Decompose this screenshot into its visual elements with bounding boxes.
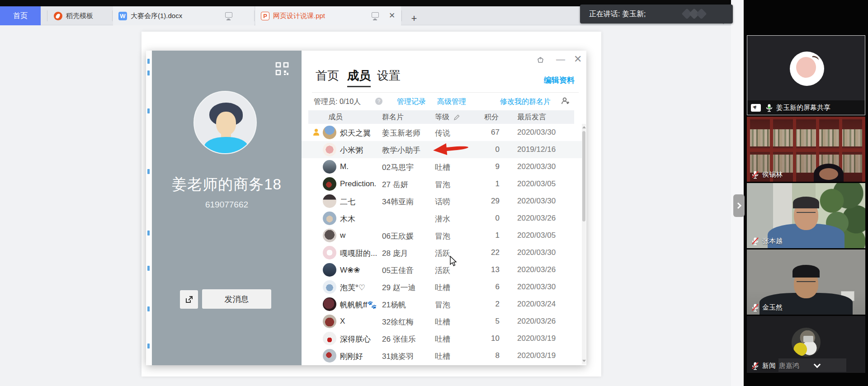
help-question-icon[interactable]: ? <box>375 98 382 105</box>
member-table-row[interactable]: X 32徐红梅 吐槽 5 2020/03/26 <box>302 313 582 330</box>
tab-docer-template[interactable]: 稻壳模板 <box>47 6 111 25</box>
member-table-row[interactable]: 深得朕心 26 张佳乐 吐槽 10 2020/03/19 <box>302 330 582 347</box>
chevron-right-icon <box>735 202 741 209</box>
writer-doc-icon: W <box>118 12 127 20</box>
participant-tile[interactable]: 新闻 唐嘉鸿 <box>747 316 865 373</box>
new-tab-button[interactable]: + <box>409 14 419 24</box>
participant-avatar <box>792 328 821 357</box>
member-table-row[interactable]: 木木 潜水 0 2020/03/26 <box>302 210 582 227</box>
member-last-post: 2020/03/24 <box>517 300 556 309</box>
member-name: X <box>340 317 381 326</box>
member-table-row[interactable]: M. 02马思宇 吐槽 9 2020/03/30 <box>302 158 582 175</box>
member-avatar <box>323 332 336 345</box>
member-avatar <box>323 297 336 311</box>
participant-name: 金玉然 <box>762 303 783 312</box>
tab-wps-home[interactable]: 首页 <box>0 6 41 25</box>
member-table-row[interactable]: Prediction. 27 岳妍 冒泡 1 2020/03/05 <box>302 175 582 193</box>
group-owner-icon <box>313 128 320 136</box>
member-last-post: 2020/03/19 <box>517 334 556 343</box>
member-avatar <box>323 280 336 294</box>
col-points: 积分 <box>484 113 499 122</box>
send-message-button[interactable]: 发消息 <box>202 289 271 309</box>
member-points: 5 <box>475 317 500 326</box>
scroll-up-arrow[interactable] <box>582 126 586 128</box>
member-name: 深得朕心 <box>340 334 381 344</box>
qq-tab-home[interactable]: 首页 <box>316 68 339 84</box>
chevron-down-icon[interactable] <box>814 361 821 368</box>
member-points: 0 <box>475 145 500 154</box>
member-points: 13 <box>475 265 500 274</box>
collapse-sidebar-button[interactable] <box>733 194 745 217</box>
share-group-button[interactable] <box>180 290 198 309</box>
member-points: 10 <box>475 334 500 343</box>
member-card: 05王佳音 <box>382 265 433 276</box>
member-last-post: 2020/03/30 <box>517 128 556 137</box>
active-tab-underline <box>347 86 371 87</box>
minimize-icon[interactable]: — <box>556 54 565 65</box>
member-name: 帆帆帆ff🐾 <box>340 300 381 310</box>
member-last-post: 2020/03/05 <box>517 179 556 188</box>
divider <box>312 92 579 93</box>
member-level: 吐槽 <box>435 162 467 173</box>
member-table-row[interactable]: W❀❀ 05王佳音 活跃 13 2020/03/26 <box>302 261 582 278</box>
member-name: 炽天之翼 <box>340 128 381 138</box>
admin-records-link[interactable]: 管理记录 <box>397 97 426 107</box>
member-table-row[interactable]: 嘎嘎甜的... 28 庞月 活跃 22 2020/03/30 <box>302 244 582 261</box>
pencil-icon[interactable] <box>453 113 460 121</box>
close-tab-icon[interactable]: ✕ <box>387 11 397 21</box>
member-table-header: 成员 群名片 等级 积分 最后发言 <box>308 110 574 124</box>
participant-name: 张本越 <box>762 237 783 245</box>
background-window-sliver <box>146 51 152 365</box>
scrollbar[interactable] <box>582 124 586 364</box>
qq-tab-settings[interactable]: 设置 <box>377 68 401 84</box>
advanced-admin-link[interactable]: 高级管理 <box>437 97 466 107</box>
window-skin-icon[interactable] <box>537 56 544 64</box>
admin-bar: 管理员: 0/10人 ? 管理记录 高级管理 修改我的群名片 <box>302 96 586 107</box>
scrollbar-thumb[interactable] <box>582 131 585 221</box>
edit-my-card-link[interactable]: 修改我的群名片 <box>500 97 551 107</box>
qr-code-icon[interactable] <box>275 62 289 75</box>
col-card: 群名片 <box>382 113 404 122</box>
participant-name: 新闻 <box>762 362 776 370</box>
col-last-post: 最后发言 <box>517 113 546 122</box>
tab-separator <box>401 10 402 21</box>
docer-leaf-icon <box>54 12 62 20</box>
qq-tab-members[interactable]: 成员 <box>347 68 371 84</box>
member-last-post: 2019/12/16 <box>517 145 556 154</box>
tab-ppt-label: 网页设计说课.ppt <box>273 12 325 20</box>
member-table-row[interactable]: 炽天之翼 姜玉新老师 传说 67 2020/03/30 <box>302 124 582 141</box>
scroll-down-arrow[interactable] <box>582 360 586 362</box>
participant-tile-screenshare[interactable]: 姜玉新的屏幕共享 <box>747 35 865 115</box>
shared-screen-region: 首页 稻壳模板 W 大赛会序(1).docx P 网页设计说课.ppt ✕ + … <box>0 0 731 386</box>
member-table-row[interactable]: 泡芙°♡ 29 赵一迪 吐槽 6 2020/03/30 <box>302 278 582 296</box>
member-points: 67 <box>475 128 500 137</box>
member-name: 二七 <box>340 197 381 207</box>
member-table-row[interactable]: 刚刚好 31姚姿羽 吐槽 8 2020/03/19 <box>302 347 582 364</box>
close-icon[interactable]: ✕ <box>574 53 582 65</box>
group-card-panel: 姜老师的商务18 619077662 发消息 <box>152 51 302 365</box>
group-number: 619077662 <box>152 200 302 210</box>
member-points: 2 <box>475 300 500 309</box>
member-name: 泡芙°♡ <box>340 282 381 293</box>
member-table-row[interactable]: 二七 34韩亚南 话唠 29 2020/03/30 <box>302 193 582 210</box>
member-table-row[interactable]: w 06王欣媛 冒泡 1 2020/03/05 <box>302 227 582 244</box>
screen-share-icon <box>751 104 761 112</box>
add-member-icon[interactable] <box>561 97 570 105</box>
tab-docx-document[interactable]: W 大赛会序(1).docx <box>113 6 254 25</box>
member-card: 32徐红梅 <box>382 317 433 327</box>
edit-profile-link[interactable]: 编辑资料 <box>544 75 575 85</box>
member-avatar <box>323 246 336 259</box>
tab-separator <box>254 10 255 21</box>
participant-tile[interactable]: 张本越 <box>747 183 865 248</box>
tab-ppt-document[interactable]: P 网页设计说课.ppt <box>255 6 401 25</box>
participant-tile[interactable]: 侯锡林 <box>747 117 865 182</box>
member-avatar <box>323 126 336 139</box>
member-name: 木木 <box>340 214 381 224</box>
participant-name: 姜玉新的屏幕共享 <box>776 104 830 112</box>
participant-tile[interactable]: 金玉然 <box>747 249 865 315</box>
member-table-body: 炽天之翼 姜玉新老师 传说 67 2020/03/30 小米粥 教学小助手 0 … <box>302 124 586 365</box>
mic-muted-icon <box>751 303 760 312</box>
col-member: 成员 <box>328 113 343 122</box>
member-table-row[interactable]: 帆帆帆ff🐾 21杨帆 冒泡 2 2020/03/24 <box>302 296 582 313</box>
mic-muted-icon <box>751 362 760 370</box>
